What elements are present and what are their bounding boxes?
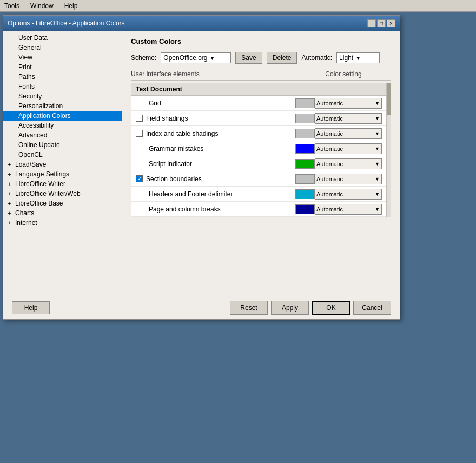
color-row-field-shadings: Field shadings Automatic ▼ bbox=[131, 111, 386, 126]
sidebar-item-general[interactable]: General bbox=[3, 43, 122, 52]
sidebar-item-personalization[interactable]: Personalization bbox=[3, 101, 122, 111]
color-row-script-label: Script Indicator bbox=[136, 160, 295, 168]
sidebar-item-lo-writer-web[interactable]: LibreOffice Writer/Web bbox=[3, 189, 122, 199]
sidebar-item-language-settings[interactable]: Language Settings bbox=[3, 169, 122, 179]
color-row-section-boundaries-label: Section boundaries bbox=[136, 175, 295, 183]
menu-window[interactable]: Window bbox=[28, 1, 56, 11]
color-dropdown-script-arrow: ▼ bbox=[375, 161, 380, 167]
save-scheme-button[interactable]: Save bbox=[235, 52, 262, 64]
color-dropdown-index-shadings[interactable]: Automatic ▼ bbox=[315, 128, 382, 139]
dialog-body: User Data General View Print Paths Fonts… bbox=[3, 31, 400, 296]
color-table-wrapper: Text Document Grid Automatic ▼ bbox=[131, 83, 391, 217]
scrollbar[interactable] bbox=[387, 83, 391, 217]
col-header-color-setting: Color setting bbox=[300, 70, 387, 78]
color-row-section-boundaries: Section boundaries Automatic ▼ bbox=[131, 171, 386, 187]
sidebar-item-lo-base[interactable]: LibreOffice Base bbox=[3, 199, 122, 208]
color-swatch-index-shadings[interactable]: Automatic ▼ bbox=[295, 128, 382, 139]
sidebar-tree: User Data General View Print Paths Fonts… bbox=[3, 31, 122, 296]
color-row-grid: Grid Automatic ▼ bbox=[131, 96, 386, 111]
color-swatch-section-boundaries[interactable]: Automatic ▼ bbox=[295, 174, 382, 184]
color-dropdown-headers-footer-arrow: ▼ bbox=[375, 191, 380, 197]
close-button[interactable]: × bbox=[387, 19, 395, 27]
sidebar-item-internet[interactable]: Internet bbox=[3, 218, 122, 228]
color-swatch-index-shadings-color bbox=[295, 129, 315, 138]
sidebar-item-print[interactable]: Print bbox=[3, 62, 122, 72]
apply-button[interactable]: Apply bbox=[271, 301, 309, 315]
checkbox-index-shadings[interactable] bbox=[136, 130, 143, 137]
color-swatch-grammar[interactable]: Automatic ▼ bbox=[295, 143, 382, 154]
color-row-grammar-label: Grammar mistakes bbox=[136, 145, 295, 153]
scheme-dropdown-arrow: ▼ bbox=[210, 55, 215, 61]
color-dropdown-field-shadings[interactable]: Automatic ▼ bbox=[315, 113, 382, 124]
checkbox-field-shadings[interactable] bbox=[136, 115, 143, 122]
color-swatch-page-breaks[interactable]: Automatic ▼ bbox=[295, 204, 382, 215]
color-dropdown-grammar[interactable]: Automatic ▼ bbox=[315, 143, 382, 154]
main-panel: Custom Colors Scheme: OpenOffice.org ▼ S… bbox=[122, 31, 400, 296]
sidebar-item-advanced[interactable]: Advanced bbox=[3, 130, 122, 140]
delete-scheme-button[interactable]: Delete bbox=[267, 52, 298, 64]
color-swatch-grammar-color bbox=[295, 144, 315, 154]
color-dropdown-page-breaks-arrow: ▼ bbox=[375, 207, 380, 212]
color-swatch-script-color bbox=[295, 159, 315, 169]
color-row-headers-footer: Headers and Footer delimiter Automatic ▼ bbox=[131, 187, 386, 202]
color-dropdown-section-boundaries-arrow: ▼ bbox=[375, 176, 380, 182]
scheme-row: Scheme: OpenOffice.org ▼ Save Delete Aut… bbox=[131, 52, 391, 64]
color-dropdown-grid[interactable]: Automatic ▼ bbox=[315, 98, 382, 109]
sidebar-item-charts[interactable]: Charts bbox=[3, 208, 122, 218]
checkbox-section-boundaries[interactable] bbox=[136, 175, 143, 182]
sidebar-item-security[interactable]: Security bbox=[3, 91, 122, 101]
sidebar-item-online-update[interactable]: Online Update bbox=[3, 140, 122, 150]
color-dropdown-section-boundaries[interactable]: Automatic ▼ bbox=[315, 174, 382, 184]
footer-right: Reset Apply OK Cancel bbox=[230, 301, 391, 315]
maximize-button[interactable]: □ bbox=[377, 19, 386, 27]
dialog-title: Options - LibreOffice - Application Colo… bbox=[8, 19, 125, 27]
automatic-label: Automatic: bbox=[301, 54, 332, 62]
automatic-dropdown-arrow: ▼ bbox=[355, 55, 361, 61]
group-header-text-document: Text Document bbox=[131, 83, 386, 96]
color-dropdown-script[interactable]: Automatic ▼ bbox=[315, 158, 382, 169]
sidebar-item-user-data[interactable]: User Data bbox=[3, 33, 122, 43]
sidebar-item-lo-writer[interactable]: LibreOffice Writer bbox=[3, 179, 122, 189]
dialog-footer: Help Reset Apply OK Cancel bbox=[3, 296, 400, 319]
color-dropdown-headers-footer[interactable]: Automatic ▼ bbox=[315, 189, 382, 200]
color-row-page-breaks: Page and column breaks Automatic ▼ bbox=[131, 202, 386, 217]
color-row-grammar: Grammar mistakes Automatic ▼ bbox=[131, 141, 386, 156]
color-swatch-grid[interactable]: Automatic ▼ bbox=[295, 98, 382, 109]
automatic-select[interactable]: Light ▼ bbox=[336, 52, 380, 63]
sidebar-item-fonts[interactable]: Fonts bbox=[3, 82, 122, 91]
sidebar-item-application-colors[interactable]: Application Colors bbox=[3, 111, 122, 121]
section-title: Custom Colors bbox=[131, 37, 391, 45]
color-swatch-headers-footer-color bbox=[295, 189, 315, 199]
sidebar-item-paths[interactable]: Paths bbox=[3, 72, 122, 82]
color-dropdown-page-breaks[interactable]: Automatic ▼ bbox=[315, 204, 382, 215]
help-button[interactable]: Help bbox=[12, 301, 50, 314]
color-dropdown-index-shadings-arrow: ▼ bbox=[375, 131, 380, 136]
ok-button[interactable]: OK bbox=[312, 301, 350, 315]
color-row-index-shadings: Index and table shadings Automatic ▼ bbox=[131, 126, 386, 141]
color-row-headers-footer-label: Headers and Footer delimiter bbox=[136, 190, 295, 198]
color-row-grid-label: Grid bbox=[136, 100, 295, 107]
menu-help[interactable]: Help bbox=[62, 1, 80, 11]
color-dropdown-grid-arrow: ▼ bbox=[375, 101, 380, 106]
color-swatch-script[interactable]: Automatic ▼ bbox=[295, 158, 382, 169]
column-headers: User interface elements Color setting bbox=[131, 70, 391, 81]
sidebar-item-load-save[interactable]: Load/Save bbox=[3, 160, 122, 169]
color-swatch-headers-footer[interactable]: Automatic ▼ bbox=[295, 189, 382, 200]
minimize-button[interactable]: – bbox=[367, 19, 376, 27]
reset-button[interactable]: Reset bbox=[230, 301, 268, 315]
sidebar-item-opencl[interactable]: OpenCL bbox=[3, 150, 122, 160]
color-dropdown-field-shadings-arrow: ▼ bbox=[375, 116, 380, 121]
menu-tools[interactable]: Tools bbox=[2, 1, 22, 11]
footer-left: Help bbox=[12, 301, 50, 314]
sidebar-item-view[interactable]: View bbox=[3, 52, 122, 62]
color-swatch-field-shadings[interactable]: Automatic ▼ bbox=[295, 113, 382, 124]
scheme-label: Scheme: bbox=[131, 54, 156, 62]
scheme-select[interactable]: OpenOffice.org ▼ bbox=[161, 52, 231, 63]
color-swatch-page-breaks-color bbox=[295, 204, 315, 214]
color-row-script: Script Indicator Automatic ▼ bbox=[131, 156, 386, 171]
titlebar-buttons: – □ × bbox=[367, 19, 395, 27]
sidebar-item-accessibility[interactable]: Accessibility bbox=[3, 121, 122, 130]
color-swatch-field-shadings-color bbox=[295, 114, 315, 123]
cancel-button[interactable]: Cancel bbox=[353, 301, 391, 315]
scheme-value: OpenOffice.org bbox=[163, 54, 207, 62]
